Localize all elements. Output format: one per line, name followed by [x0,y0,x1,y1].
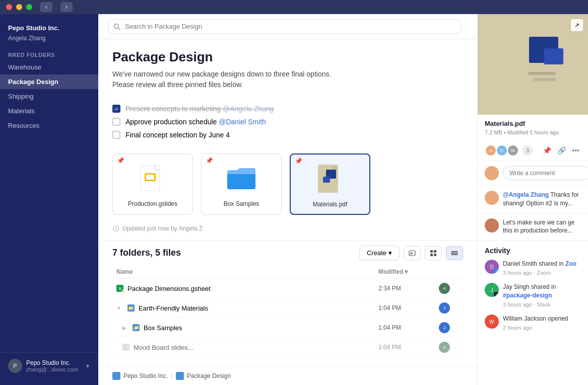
page-description: We've narrowed our new package designs d… [112,69,463,90]
file-card-production[interactable]: 📌 Production.gslides [112,153,193,215]
file-name-boxsamples: Box Samples [224,200,259,207]
file-table: Name Modified ▾ S Package Dimensions.gsh… [98,265,477,366]
activity-avatar-3: W [485,315,499,329]
title-bar: ‹ › [0,0,588,14]
checklist: Present concepts to marketing @Angela Zh… [98,96,477,147]
svg-rect-16 [430,250,433,253]
table-header: Name Modified ▾ [112,265,463,279]
table-row[interactable]: ▶ 📁 Box Samples 1:04 PM J [112,318,463,338]
comment-body-1: @Angela Zhang Thanks for sharing! Option… [503,191,581,208]
create-label: Create [367,249,386,257]
col-name: Name [116,268,378,275]
file-row-name: Package Dimensions.gsheet [127,285,211,292]
table-row[interactable]: Mood Board slides... 1:04 PM A [112,338,463,357]
checkbox-3[interactable] [112,131,120,139]
file-count: 7 folders, 5 files [112,248,181,258]
footer-info: Pepo Studio Inc. zhang@...dioinc.com [26,359,81,372]
pinned-files: 📌 Production.gslides 📌 [98,147,477,223]
collaborator-avatar-3: W [507,144,519,157]
minimize-button[interactable] [16,4,22,10]
breadcrumb-company[interactable]: Pepo Studio Inc. [123,372,168,379]
svg-rect-13 [409,251,415,256]
activity-name-1: Daniel Smith shared in [503,260,565,267]
table-row[interactable]: ▼ 📁 Earth-Friendly Materials 1:04 PM J [112,298,463,318]
file-icon-pdf [314,161,346,197]
file-modified-time: 1:04 PM [378,324,439,331]
fullscreen-button[interactable] [26,4,32,10]
checklist-item-2: Approve production schedule @Daniel Smit… [112,115,463,128]
sort-icon: ▾ [405,268,408,275]
expand-icon[interactable]: ▼ [116,305,121,311]
footer-company: Pepo Studio Inc. [26,359,81,366]
file-name-materials: Materials.pdf [313,201,348,208]
checklist-item-1: Present concepts to marketing @Angela Zh… [112,102,463,115]
pin-action-button[interactable]: 📌 [541,145,553,156]
collaborator-avatar-2: D [496,144,508,157]
folder-icon: 📁 [127,304,135,312]
zoom-badge: Z [494,269,499,274]
collaborator-count: 3 [522,145,533,156]
mention-daniel[interactable]: @Daniel Smith [219,118,266,126]
close-button[interactable] [6,4,12,10]
external-link-icon[interactable]: ↗ [571,19,583,31]
list-view-button[interactable] [446,246,463,260]
activity-avatar-1: D Z [485,260,499,274]
sidebar-footer[interactable]: P Pepo Studio Inc. zhang@...dioinc.com ▼ [0,352,98,379]
sidebar-item-shipping[interactable]: Shipping [0,89,98,104]
checkbox-1[interactable] [112,105,120,113]
search-input[interactable] [108,19,461,34]
table-row[interactable]: S Package Dimensions.gsheet 2:34 PM A [112,279,463,298]
expand-icon[interactable]: ▶ [122,325,126,331]
back-button[interactable]: ‹ [40,2,52,12]
sidebar-item-materials[interactable]: Materials [0,104,98,118]
more-action-button[interactable]: ••• [570,145,581,156]
grid-view-button[interactable] [425,246,442,260]
search-icon [113,23,120,30]
file-card-materials[interactable]: 📌 Materials.pdf [290,153,370,215]
sidebar: Pepo Studio Inc. Angela Zhang rred Folde… [0,14,98,385]
checklist-text-3: Final concept selection by June 4 [125,131,230,139]
comment-item-1: @Angela Zhang Thanks for sharing! Option… [478,186,588,213]
file-card-boxsamples[interactable]: 📌 Box Samples [201,153,282,215]
checklist-text-2: Approve production schedule @Daniel Smit… [125,118,266,126]
file-name-cell: ▶ 📁 Box Samples [122,324,378,332]
activity-meta-3: 2 hours ago [503,324,581,332]
app-body: Pepo Studio Inc. Angela Zhang rred Folde… [0,14,588,385]
file-list-actions: Create ▾ [359,246,463,260]
pin-icon: 📌 [117,157,124,164]
comment-body-2: Let's make sure we can ge this in produc… [503,218,581,236]
pin-icon-3: 📌 [295,158,302,165]
file-name-production: Production.gslides [128,200,177,207]
file-icon [122,344,129,351]
sidebar-item-warehouse[interactable]: Warehouse [0,60,98,74]
footer-chevron-icon: ▼ [85,363,90,369]
footer-email: zhang@...dioinc.com [26,366,81,372]
create-chevron-icon: ▾ [388,249,392,257]
svg-line-12 [116,229,117,230]
file-icon-folder [225,160,257,196]
checklist-item-3: Final concept selection by June 4 [112,128,463,141]
breadcrumb-current[interactable]: Package Design [187,372,231,379]
file-row-name: Box Samples [144,324,182,332]
svg-rect-18 [430,254,433,256]
preview-actions: 📌 🔗 ••• [541,145,581,156]
comment-input[interactable] [503,166,588,180]
activity-body-2: Jay Singh shared in #package-design 3 ho… [503,283,581,309]
page-title: Package Design [112,49,463,65]
activity-link-1[interactable]: Zoo [565,260,576,267]
checkbox-2[interactable] [112,118,120,126]
user-name: Angela Zhang [0,34,98,48]
activity-action-3: opened [548,315,568,322]
create-button[interactable]: Create ▾ [359,246,400,260]
sidebar-item-resources[interactable]: Resources [0,118,98,133]
view-code-button[interactable] [404,246,421,260]
comment-item-2: Let's make sure we can ge this in produc… [478,213,588,241]
svg-rect-17 [434,250,436,253]
link-action-button[interactable]: 🔗 [556,145,567,156]
forward-button[interactable]: › [60,2,73,12]
comment-text-2: Let's make sure we can ge this in produc… [503,219,574,235]
sidebar-item-package-design[interactable]: Package Design [0,74,98,89]
activity-item-1: D Z Daniel Smith shared in Zoo 3 hours a… [485,260,581,277]
file-modified-time: 1:04 PM [378,304,439,312]
activity-link-2[interactable]: #package-design [503,292,552,299]
